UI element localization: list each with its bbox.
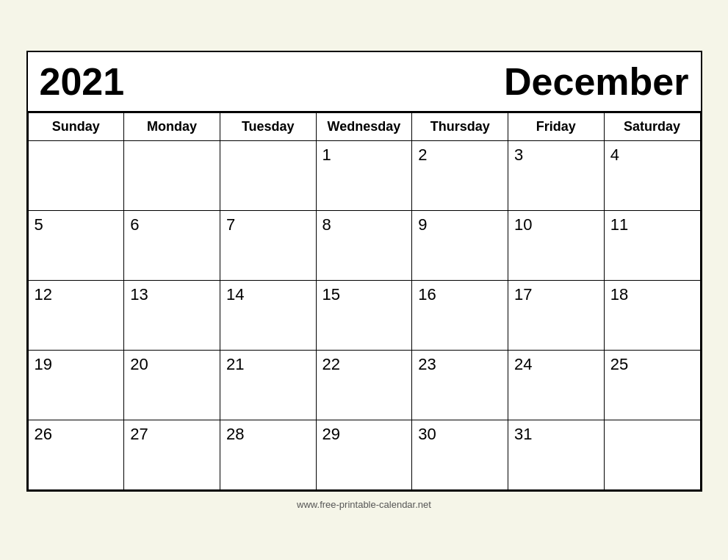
calendar-cell: 9 <box>412 210 508 280</box>
footer-url: www.free-printable-calendar.net <box>297 499 431 510</box>
calendar-cell <box>124 140 220 210</box>
calendar-cell: 12 <box>28 280 124 350</box>
calendar-table: SundayMondayTuesdayWednesdayThursdayFrid… <box>28 112 701 490</box>
calendar-cell: 6 <box>124 210 220 280</box>
calendar-cell: 3 <box>508 140 605 210</box>
calendar-cell: 2 <box>412 140 508 210</box>
calendar-cell: 31 <box>508 420 605 489</box>
calendar-cell: 10 <box>508 210 605 280</box>
calendar-cell: 16 <box>412 280 508 350</box>
weekday-header-sunday: Sunday <box>28 112 124 140</box>
calendar-cell: 5 <box>28 210 124 280</box>
week-row-1: 1234 <box>28 140 700 210</box>
weekday-header-row: SundayMondayTuesdayWednesdayThursdayFrid… <box>28 112 700 140</box>
calendar-cell: 26 <box>28 420 124 489</box>
weekday-header-friday: Friday <box>508 112 605 140</box>
calendar-cell: 27 <box>124 420 220 489</box>
calendar-cell <box>28 140 124 210</box>
year-label: 2021 <box>40 60 125 104</box>
calendar-cell: 24 <box>508 350 605 420</box>
week-row-4: 19202122232425 <box>28 350 700 420</box>
weekday-header-tuesday: Tuesday <box>220 112 316 140</box>
calendar-cell: 1 <box>316 140 412 210</box>
calendar-cell: 13 <box>124 280 220 350</box>
calendar-cell: 28 <box>220 420 316 489</box>
calendar-cell: 22 <box>316 350 412 420</box>
weekday-header-monday: Monday <box>124 112 220 140</box>
week-row-3: 12131415161718 <box>28 280 700 350</box>
calendar-cell: 21 <box>220 350 316 420</box>
calendar-cell: 11 <box>604 210 700 280</box>
calendar-cell: 8 <box>316 210 412 280</box>
calendar-cell: 17 <box>508 280 605 350</box>
calendar-cell: 30 <box>412 420 508 489</box>
month-label: December <box>504 60 688 104</box>
calendar-cell: 19 <box>28 350 124 420</box>
calendar-cell <box>220 140 316 210</box>
weekday-header-wednesday: Wednesday <box>316 112 412 140</box>
calendar-cell: 23 <box>412 350 508 420</box>
calendar-cell: 20 <box>124 350 220 420</box>
calendar-cell: 15 <box>316 280 412 350</box>
calendar-cell: 18 <box>604 280 700 350</box>
calendar: 2021 December SundayMondayTuesdayWednesd… <box>26 51 702 492</box>
calendar-header: 2021 December <box>28 52 701 112</box>
calendar-cell: 25 <box>604 350 700 420</box>
calendar-cell: 14 <box>220 280 316 350</box>
weekday-header-saturday: Saturday <box>604 112 700 140</box>
calendar-cell <box>604 420 700 489</box>
calendar-cell: 4 <box>604 140 700 210</box>
week-row-2: 567891011 <box>28 210 700 280</box>
calendar-cell: 7 <box>220 210 316 280</box>
week-row-5: 262728293031 <box>28 420 700 489</box>
weekday-header-thursday: Thursday <box>412 112 508 140</box>
calendar-cell: 29 <box>316 420 412 489</box>
